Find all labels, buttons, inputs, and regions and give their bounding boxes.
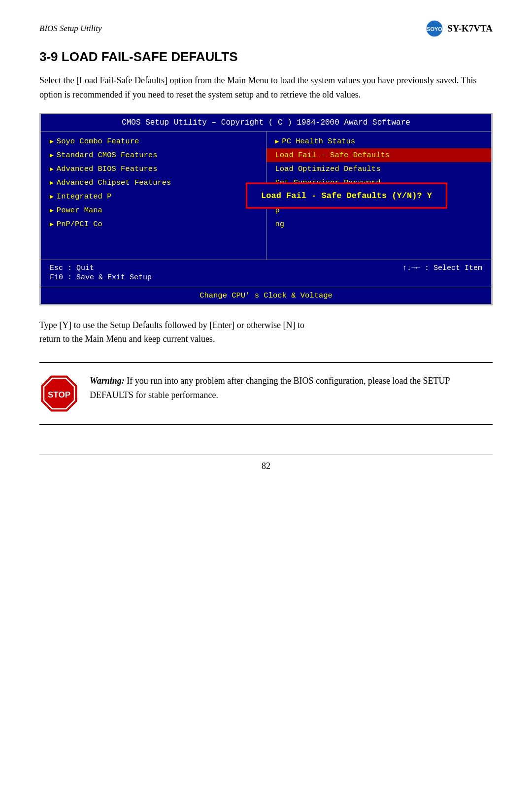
arrow-icon: ▶ xyxy=(50,137,54,145)
warning-bold: Warning: xyxy=(90,376,125,386)
bios-label: BIOS Setup Utility xyxy=(39,24,102,33)
footer-nav: ↑↓→← : Select Item xyxy=(402,264,482,272)
warning-text: Warning: If you run into any problem aft… xyxy=(90,374,493,402)
bios-item-label: Load Optimized Defaults xyxy=(275,165,381,173)
bios-item-label: Advanced Chipset Features xyxy=(57,178,171,187)
warning-body: If you run into any problem after changi… xyxy=(90,376,450,400)
arrow-icon: ▶ xyxy=(50,165,54,173)
bios-item-label: PnP/PCI Co xyxy=(57,220,102,229)
svg-text:STOP: STOP xyxy=(48,390,70,399)
soyo-icon: SOYO xyxy=(426,20,443,37)
bios-item-integrated[interactable]: ▶ Integrated P xyxy=(41,190,266,203)
product-name: SY-K7VTA xyxy=(447,23,493,34)
bios-menu-wrapper: ▶ Soyo Combo Feature ▶ Standard CMOS Fea… xyxy=(41,132,491,260)
bios-item-load-optimized[interactable]: Load Optimized Defaults xyxy=(266,162,492,176)
intro-text: Select the [Load Fail-Safe Defaults] opt… xyxy=(39,73,493,102)
footer-esc: Esc : Quit xyxy=(50,264,94,272)
bios-bottom-bar: Change CPU' s Clock & Voltage xyxy=(41,287,491,304)
bios-item-label: Standard CMOS Features xyxy=(57,151,158,160)
footer-f10: F10 : Save & Exit Setup xyxy=(50,273,152,282)
bios-item-cmos[interactable]: ▶ Standard CMOS Features xyxy=(41,148,266,162)
bios-item-power[interactable]: ▶ Power Mana xyxy=(41,203,266,217)
bios-item-load-failsafe[interactable]: Load Fail - Safe Defaults xyxy=(266,148,492,162)
bios-bottom-label: Change CPU' s Clock & Voltage xyxy=(200,291,332,300)
bios-item-chipset[interactable]: ▶ Advanced Chipset Features xyxy=(41,176,266,190)
arrow-icon: ▶ xyxy=(275,137,279,145)
bios-item-label: Integrated P xyxy=(57,192,112,201)
svg-text:SOYO: SOYO xyxy=(427,26,442,32)
bios-left-col: ▶ Soyo Combo Feature ▶ Standard CMOS Fea… xyxy=(41,132,266,260)
bios-item-label: Advanced BIOS Features xyxy=(57,165,158,173)
page-number: 82 xyxy=(262,461,270,471)
bios-item-label: ng xyxy=(275,220,285,229)
product-logo: SOYO SY-K7VTA xyxy=(426,20,493,37)
bios-footer: Esc : Quit ↑↓→← : Select Item F10 : Save… xyxy=(41,260,491,287)
bios-item-advanced-bios[interactable]: ▶ Advanced BIOS Features xyxy=(41,162,266,176)
section-title: 3-9 LOAD FAIL-SAFE DEFAULTS xyxy=(39,49,493,65)
bios-item-label: Power Mana xyxy=(57,206,102,215)
arrow-icon: ▶ xyxy=(50,206,54,214)
outro-line1: Type [Y] to use the Setup Defaults follo… xyxy=(39,320,304,330)
page-header: BIOS Setup Utility SOYO SY-K7VTA xyxy=(39,20,493,37)
arrow-icon: ▶ xyxy=(50,220,54,228)
bios-item-right6: ng xyxy=(266,217,492,231)
bios-item-pc-health[interactable]: ▶ PC Health Status xyxy=(266,134,492,148)
bios-item-label: PC Health Status xyxy=(282,137,355,146)
bios-dialog: Load Fail - Safe Defaults (Y/N)? Y xyxy=(246,182,447,208)
arrow-icon: ▶ xyxy=(50,179,54,187)
bios-dialog-text: Load Fail - Safe Defaults (Y/N)? Y xyxy=(261,191,432,200)
bios-footer-line1: Esc : Quit ↑↓→← : Select Item xyxy=(50,264,482,272)
bios-item-label: Load Fail - Safe Defaults xyxy=(275,151,390,160)
warning-section: STOP Warning: If you run into any proble… xyxy=(39,362,493,425)
arrow-icon: ▶ xyxy=(50,151,54,159)
outro-line2: return to the Main Menu and keep current… xyxy=(39,334,215,344)
bios-title: CMOS Setup Utility – Copyright ( C ) 198… xyxy=(41,114,491,132)
stop-icon: STOP xyxy=(39,374,79,413)
bios-item-pnp[interactable]: ▶ PnP/PCI Co xyxy=(41,217,266,231)
outro-text: Type [Y] to use the Setup Defaults follo… xyxy=(39,318,493,347)
bios-footer-line2: F10 : Save & Exit Setup xyxy=(50,273,482,282)
bios-screen: CMOS Setup Utility – Copyright ( C ) 198… xyxy=(39,113,493,305)
page-footer: 82 xyxy=(39,455,493,471)
bios-item-label: Soyo Combo Feature xyxy=(57,137,139,146)
arrow-icon: ▶ xyxy=(50,193,54,200)
bios-item-soyo[interactable]: ▶ Soyo Combo Feature xyxy=(41,134,266,148)
